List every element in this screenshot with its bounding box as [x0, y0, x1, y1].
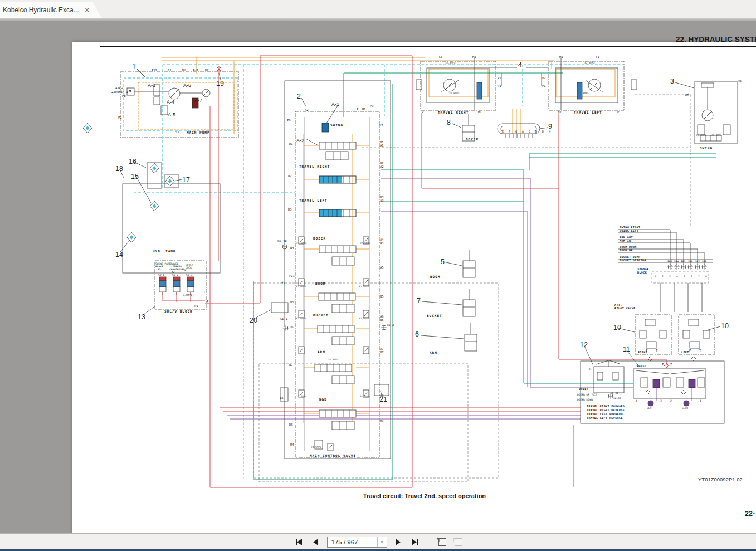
pdf-page — [72, 42, 756, 551]
next-page-icon — [396, 539, 401, 545]
first-page-icon — [297, 539, 302, 545]
document-tab-title: Kobelco Hydraulic Exca... — [3, 6, 79, 14]
next-view-icon: ↱ — [452, 537, 457, 543]
previous-view-icon: ↰ — [436, 537, 441, 543]
figure-caption: Travel circuit: Travel 2nd. speed operat… — [363, 493, 486, 499]
dropdown-arrow-icon: ▼ — [381, 540, 384, 544]
app-window: { "window": { "tab_title": "Kobelco Hydr… — [0, 0, 756, 551]
page-number-combobox[interactable]: 175 / 967 ▼ — [327, 537, 387, 548]
tab-bar: Kobelco Hydraulic Exca... ✕ — [0, 0, 756, 18]
document-tab[interactable]: Kobelco Hydraulic Exca... ✕ — [0, 2, 101, 18]
tab-close-icon[interactable]: ✕ — [85, 7, 90, 14]
document-area — [0, 21, 756, 533]
page-number-value: 175 / 967 — [328, 539, 377, 545]
page-number-corner: 22- — [745, 510, 755, 518]
last-page-icon — [412, 539, 417, 545]
header-rule — [100, 46, 756, 47]
page-navigation-toolbar: 175 / 967 ▼ ↰ ↱ — [0, 533, 756, 550]
drawing-number: YT01Z00092P1 02 — [698, 476, 743, 482]
previous-view-button[interactable]: ↰ — [436, 537, 447, 547]
page-dropdown-button[interactable]: ▼ — [377, 537, 387, 547]
next-view-button[interactable]: ↱ — [452, 537, 463, 547]
next-page-button[interactable] — [393, 537, 404, 548]
previous-page-icon — [313, 539, 318, 545]
page-header: 22. HYDRAULIC SYSTEM — [676, 35, 756, 43]
last-page-button[interactable] — [409, 537, 421, 548]
previous-page-button[interactable] — [310, 537, 321, 548]
first-page-button[interactable] — [294, 537, 305, 548]
